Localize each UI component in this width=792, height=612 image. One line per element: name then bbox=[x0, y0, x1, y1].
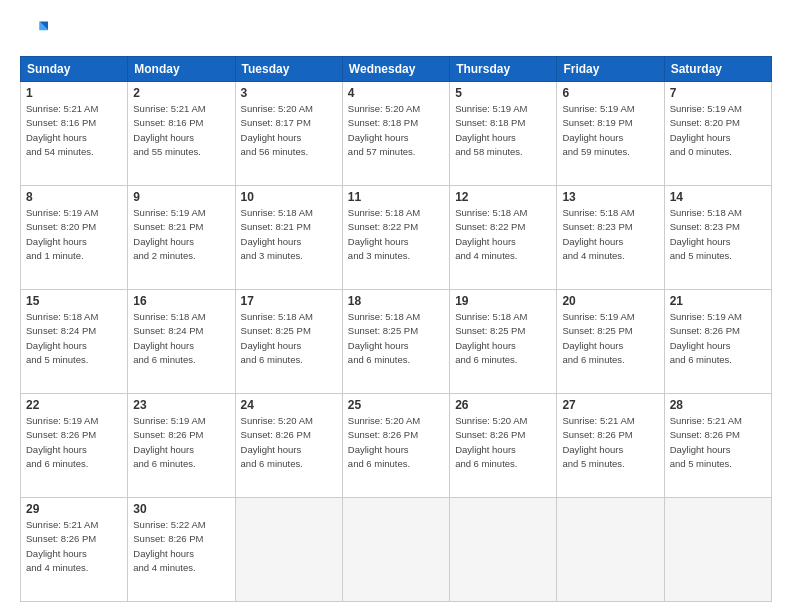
day-info: Sunrise: 5:18 AMSunset: 8:24 PMDaylight … bbox=[133, 310, 229, 367]
calendar-cell: 24Sunrise: 5:20 AMSunset: 8:26 PMDayligh… bbox=[235, 394, 342, 498]
day-info: Sunrise: 5:19 AMSunset: 8:25 PMDaylight … bbox=[562, 310, 658, 367]
day-number: 23 bbox=[133, 398, 229, 412]
calendar-cell: 11Sunrise: 5:18 AMSunset: 8:22 PMDayligh… bbox=[342, 186, 449, 290]
day-number: 2 bbox=[133, 86, 229, 100]
calendar-cell: 5Sunrise: 5:19 AMSunset: 8:18 PMDaylight… bbox=[450, 82, 557, 186]
calendar-cell: 26Sunrise: 5:20 AMSunset: 8:26 PMDayligh… bbox=[450, 394, 557, 498]
day-number: 24 bbox=[241, 398, 337, 412]
day-info: Sunrise: 5:18 AMSunset: 8:23 PMDaylight … bbox=[670, 206, 766, 263]
day-info: Sunrise: 5:19 AMSunset: 8:20 PMDaylight … bbox=[670, 102, 766, 159]
header bbox=[20, 18, 772, 46]
day-number: 6 bbox=[562, 86, 658, 100]
calendar-header-saturday: Saturday bbox=[664, 57, 771, 82]
calendar-cell: 20Sunrise: 5:19 AMSunset: 8:25 PMDayligh… bbox=[557, 290, 664, 394]
day-number: 19 bbox=[455, 294, 551, 308]
calendar-cell: 27Sunrise: 5:21 AMSunset: 8:26 PMDayligh… bbox=[557, 394, 664, 498]
day-number: 22 bbox=[26, 398, 122, 412]
day-info: Sunrise: 5:18 AMSunset: 8:25 PMDaylight … bbox=[348, 310, 444, 367]
day-info: Sunrise: 5:18 AMSunset: 8:25 PMDaylight … bbox=[241, 310, 337, 367]
calendar-cell: 22Sunrise: 5:19 AMSunset: 8:26 PMDayligh… bbox=[21, 394, 128, 498]
logo-icon bbox=[20, 18, 48, 46]
day-info: Sunrise: 5:19 AMSunset: 8:21 PMDaylight … bbox=[133, 206, 229, 263]
calendar-cell: 8Sunrise: 5:19 AMSunset: 8:20 PMDaylight… bbox=[21, 186, 128, 290]
day-info: Sunrise: 5:19 AMSunset: 8:19 PMDaylight … bbox=[562, 102, 658, 159]
calendar-cell: 14Sunrise: 5:18 AMSunset: 8:23 PMDayligh… bbox=[664, 186, 771, 290]
calendar-week-1: 1Sunrise: 5:21 AMSunset: 8:16 PMDaylight… bbox=[21, 82, 772, 186]
calendar-header-wednesday: Wednesday bbox=[342, 57, 449, 82]
day-info: Sunrise: 5:19 AMSunset: 8:18 PMDaylight … bbox=[455, 102, 551, 159]
day-info: Sunrise: 5:18 AMSunset: 8:22 PMDaylight … bbox=[455, 206, 551, 263]
day-info: Sunrise: 5:20 AMSunset: 8:26 PMDaylight … bbox=[241, 414, 337, 471]
day-number: 8 bbox=[26, 190, 122, 204]
day-info: Sunrise: 5:19 AMSunset: 8:26 PMDaylight … bbox=[26, 414, 122, 471]
calendar-cell: 6Sunrise: 5:19 AMSunset: 8:19 PMDaylight… bbox=[557, 82, 664, 186]
day-number: 17 bbox=[241, 294, 337, 308]
calendar-header-row: SundayMondayTuesdayWednesdayThursdayFrid… bbox=[21, 57, 772, 82]
day-info: Sunrise: 5:20 AMSunset: 8:18 PMDaylight … bbox=[348, 102, 444, 159]
calendar-cell: 7Sunrise: 5:19 AMSunset: 8:20 PMDaylight… bbox=[664, 82, 771, 186]
day-info: Sunrise: 5:20 AMSunset: 8:17 PMDaylight … bbox=[241, 102, 337, 159]
day-info: Sunrise: 5:19 AMSunset: 8:20 PMDaylight … bbox=[26, 206, 122, 263]
calendar-table: SundayMondayTuesdayWednesdayThursdayFrid… bbox=[20, 56, 772, 602]
day-number: 7 bbox=[670, 86, 766, 100]
logo bbox=[20, 18, 52, 46]
day-number: 1 bbox=[26, 86, 122, 100]
day-info: Sunrise: 5:18 AMSunset: 8:22 PMDaylight … bbox=[348, 206, 444, 263]
calendar-cell: 1Sunrise: 5:21 AMSunset: 8:16 PMDaylight… bbox=[21, 82, 128, 186]
calendar-cell: 13Sunrise: 5:18 AMSunset: 8:23 PMDayligh… bbox=[557, 186, 664, 290]
day-info: Sunrise: 5:21 AMSunset: 8:16 PMDaylight … bbox=[133, 102, 229, 159]
calendar-header-sunday: Sunday bbox=[21, 57, 128, 82]
day-number: 16 bbox=[133, 294, 229, 308]
calendar-cell: 18Sunrise: 5:18 AMSunset: 8:25 PMDayligh… bbox=[342, 290, 449, 394]
day-info: Sunrise: 5:18 AMSunset: 8:21 PMDaylight … bbox=[241, 206, 337, 263]
calendar-cell bbox=[342, 498, 449, 602]
calendar-cell: 3Sunrise: 5:20 AMSunset: 8:17 PMDaylight… bbox=[235, 82, 342, 186]
day-number: 26 bbox=[455, 398, 551, 412]
day-number: 4 bbox=[348, 86, 444, 100]
calendar-cell: 19Sunrise: 5:18 AMSunset: 8:25 PMDayligh… bbox=[450, 290, 557, 394]
day-info: Sunrise: 5:21 AMSunset: 8:26 PMDaylight … bbox=[670, 414, 766, 471]
calendar-header-monday: Monday bbox=[128, 57, 235, 82]
calendar-week-5: 29Sunrise: 5:21 AMSunset: 8:26 PMDayligh… bbox=[21, 498, 772, 602]
day-info: Sunrise: 5:21 AMSunset: 8:26 PMDaylight … bbox=[26, 518, 122, 575]
day-number: 5 bbox=[455, 86, 551, 100]
calendar-cell: 23Sunrise: 5:19 AMSunset: 8:26 PMDayligh… bbox=[128, 394, 235, 498]
calendar-cell: 21Sunrise: 5:19 AMSunset: 8:26 PMDayligh… bbox=[664, 290, 771, 394]
calendar-header-thursday: Thursday bbox=[450, 57, 557, 82]
page: SundayMondayTuesdayWednesdayThursdayFrid… bbox=[0, 0, 792, 612]
day-number: 9 bbox=[133, 190, 229, 204]
day-info: Sunrise: 5:22 AMSunset: 8:26 PMDaylight … bbox=[133, 518, 229, 575]
calendar-week-2: 8Sunrise: 5:19 AMSunset: 8:20 PMDaylight… bbox=[21, 186, 772, 290]
day-info: Sunrise: 5:19 AMSunset: 8:26 PMDaylight … bbox=[133, 414, 229, 471]
calendar-cell bbox=[557, 498, 664, 602]
day-number: 10 bbox=[241, 190, 337, 204]
day-number: 25 bbox=[348, 398, 444, 412]
day-number: 11 bbox=[348, 190, 444, 204]
day-number: 29 bbox=[26, 502, 122, 516]
calendar-cell: 17Sunrise: 5:18 AMSunset: 8:25 PMDayligh… bbox=[235, 290, 342, 394]
calendar-cell: 9Sunrise: 5:19 AMSunset: 8:21 PMDaylight… bbox=[128, 186, 235, 290]
calendar-cell: 12Sunrise: 5:18 AMSunset: 8:22 PMDayligh… bbox=[450, 186, 557, 290]
day-number: 20 bbox=[562, 294, 658, 308]
calendar-cell: 28Sunrise: 5:21 AMSunset: 8:26 PMDayligh… bbox=[664, 394, 771, 498]
day-number: 21 bbox=[670, 294, 766, 308]
calendar-header-tuesday: Tuesday bbox=[235, 57, 342, 82]
calendar-week-4: 22Sunrise: 5:19 AMSunset: 8:26 PMDayligh… bbox=[21, 394, 772, 498]
calendar-cell: 2Sunrise: 5:21 AMSunset: 8:16 PMDaylight… bbox=[128, 82, 235, 186]
day-number: 28 bbox=[670, 398, 766, 412]
day-number: 12 bbox=[455, 190, 551, 204]
day-info: Sunrise: 5:18 AMSunset: 8:23 PMDaylight … bbox=[562, 206, 658, 263]
calendar-cell: 15Sunrise: 5:18 AMSunset: 8:24 PMDayligh… bbox=[21, 290, 128, 394]
day-info: Sunrise: 5:21 AMSunset: 8:26 PMDaylight … bbox=[562, 414, 658, 471]
calendar-cell bbox=[664, 498, 771, 602]
day-info: Sunrise: 5:20 AMSunset: 8:26 PMDaylight … bbox=[455, 414, 551, 471]
calendar-week-3: 15Sunrise: 5:18 AMSunset: 8:24 PMDayligh… bbox=[21, 290, 772, 394]
day-info: Sunrise: 5:20 AMSunset: 8:26 PMDaylight … bbox=[348, 414, 444, 471]
calendar-cell: 29Sunrise: 5:21 AMSunset: 8:26 PMDayligh… bbox=[21, 498, 128, 602]
day-info: Sunrise: 5:18 AMSunset: 8:24 PMDaylight … bbox=[26, 310, 122, 367]
day-number: 27 bbox=[562, 398, 658, 412]
calendar-cell bbox=[450, 498, 557, 602]
calendar-cell bbox=[235, 498, 342, 602]
day-number: 3 bbox=[241, 86, 337, 100]
day-number: 13 bbox=[562, 190, 658, 204]
